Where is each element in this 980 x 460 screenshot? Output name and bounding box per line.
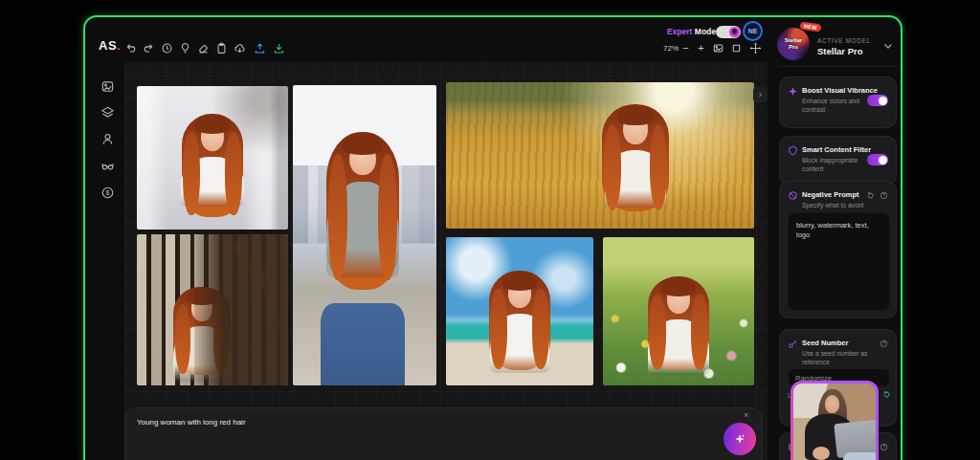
zoom-out-button[interactable]: − <box>679 41 692 55</box>
canvas-image-wheat-field[interactable] <box>446 82 754 229</box>
negative-prompt-title: Negative Prompt <box>802 190 859 199</box>
person-icon[interactable] <box>100 131 116 147</box>
expert-mode-label: Expert Mode <box>667 27 716 36</box>
logo-text: AS <box>99 38 117 53</box>
eraser-icon[interactable] <box>196 41 211 55</box>
move-tool-icon[interactable] <box>748 41 763 55</box>
expert-mode-toggle[interactable] <box>716 26 741 38</box>
webcam-overlay[interactable] <box>791 381 879 460</box>
panel-scrollbar[interactable] <box>901 77 902 161</box>
model-avatar-text: Stellar <box>785 37 802 44</box>
canvas-image-beach[interactable] <box>446 237 593 385</box>
expert-mode-toggle-knob <box>729 27 740 37</box>
webcam-video <box>793 383 876 460</box>
prompt-bar[interactable] <box>124 407 763 460</box>
cloud-download-icon[interactable] <box>233 41 247 55</box>
webcam-person-hand <box>813 447 830 460</box>
key-icon <box>788 339 798 349</box>
chevron-down-icon[interactable] <box>882 40 894 52</box>
zoom-in-button[interactable]: + <box>695 41 707 55</box>
image-view-icon[interactable] <box>711 41 725 55</box>
active-model-label: ACTIVE MODEL <box>817 37 871 44</box>
model-name: Stellar Pro <box>817 46 863 56</box>
upload-icon[interactable] <box>253 41 267 55</box>
model-avatar-text2: Pro <box>789 44 798 51</box>
help-icon[interactable]: ? <box>880 443 888 451</box>
content-filter-toggle-knob <box>879 156 887 164</box>
app-logo[interactable]: AS. <box>99 38 121 53</box>
user-avatar[interactable]: NE <box>743 21 763 41</box>
sparkle-icon <box>733 432 746 446</box>
redo-icon[interactable] <box>142 41 156 55</box>
negative-prompt-subtitle: Specify what to avoid <box>802 201 888 209</box>
app-window: AS. $ <box>83 15 902 460</box>
panel-divider <box>779 66 897 67</box>
credits-dollar-icon[interactable]: $ <box>100 185 116 201</box>
history-icon[interactable] <box>160 41 174 55</box>
vibrance-card: Boost Visual Vibrance Enhance colors and… <box>779 77 897 128</box>
svg-text:$: $ <box>106 189 110 196</box>
model-avatar[interactable]: Stellar Pro <box>777 28 810 60</box>
styles-glasses-icon[interactable] <box>100 158 116 174</box>
vibrance-toggle-knob <box>879 97 887 105</box>
shield-icon <box>788 145 798 156</box>
close-icon[interactable]: × <box>744 410 748 420</box>
expert-mode-rest: Mode <box>695 27 716 36</box>
gallery-icon[interactable] <box>100 78 116 95</box>
no-entry-icon <box>788 190 798 201</box>
clipboard-icon[interactable] <box>214 41 229 55</box>
help-icon[interactable]: ? <box>880 191 888 200</box>
export-download-icon[interactable] <box>272 41 286 55</box>
generate-button[interactable] <box>724 423 756 455</box>
sparkle-icon <box>788 86 798 97</box>
prompt-input[interactable]: Young woman with long red hair <box>137 418 246 427</box>
content-filter-subtitle: Block inappropriate content <box>802 156 863 173</box>
content-filter-toggle[interactable] <box>867 154 888 165</box>
help-icon[interactable]: ? <box>880 340 888 348</box>
canvas-image-marble-portrait[interactable] <box>137 86 288 230</box>
content-filter-title: Smart Content Filter <box>802 145 871 154</box>
panel-collapse-button[interactable]: › <box>753 87 768 102</box>
svg-text:?: ? <box>882 341 885 346</box>
expert-mode-accent: Expert <box>667 27 692 36</box>
vibrance-title: Boost Visual Vibrance <box>802 86 878 95</box>
undo-icon[interactable] <box>123 41 138 55</box>
svg-text:?: ? <box>882 445 885 449</box>
refresh-seed-icon[interactable] <box>882 390 891 399</box>
frame-icon[interactable] <box>729 41 744 55</box>
layers-icon[interactable] <box>100 104 116 120</box>
vibrance-toggle[interactable] <box>867 95 888 106</box>
svg-text:?: ? <box>882 193 885 198</box>
negative-prompt-input[interactable]: blurry, watermark, text, logo <box>788 212 890 311</box>
reset-icon[interactable] <box>866 191 875 200</box>
seed-subtitle: Use a seed number as reference <box>802 349 879 366</box>
screenshot-root: AS. $ <box>0 0 980 460</box>
negative-prompt-card: Negative Prompt ? Specify what to avoid … <box>779 181 897 318</box>
canvas-area[interactable] <box>124 61 768 460</box>
logo-dot: . <box>117 38 121 53</box>
vibrance-subtitle: Enhance colors and contrast <box>802 97 863 114</box>
zoom-level: 72% <box>663 44 679 53</box>
seed-title: Seed Number <box>802 339 848 347</box>
idea-bulb-icon[interactable] <box>178 41 192 55</box>
canvas-image-city-seated[interactable] <box>293 85 436 385</box>
canvas-image-cafe-window[interactable] <box>137 234 288 385</box>
webcam-person-jeans <box>843 452 876 460</box>
content-filter-card: Smart Content Filter Block inappropriate… <box>779 136 897 186</box>
canvas-image-flower-meadow[interactable] <box>603 237 754 385</box>
webcam-person-face <box>825 395 839 413</box>
